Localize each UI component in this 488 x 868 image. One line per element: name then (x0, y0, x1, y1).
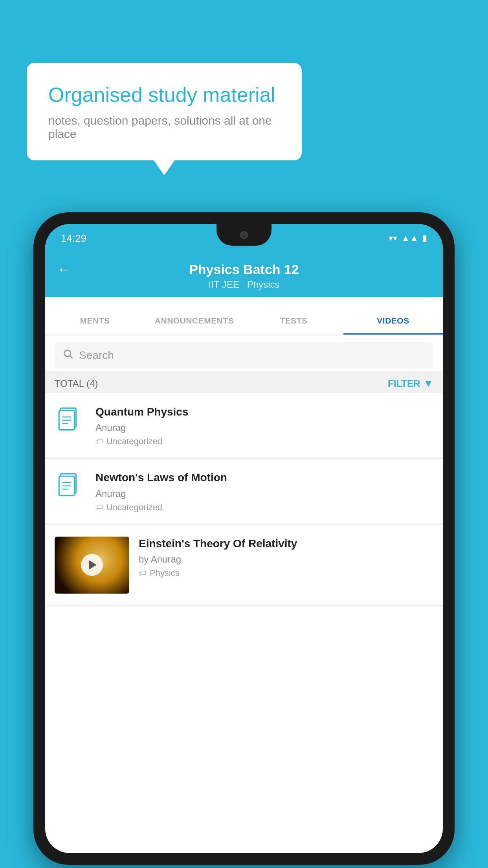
status-icons: ▾▾ ▲▲ ▮ (389, 233, 427, 243)
camera-dot (240, 231, 248, 239)
tag-icon: 🏷 (95, 437, 103, 446)
tab-bar: MENTS ANNOUNCEMENTS TESTS VIDEOS (45, 307, 443, 335)
item-author: Anurag (95, 422, 433, 433)
item-title: Quantum Physics (95, 405, 433, 419)
list-item[interactable]: Einstein's Theory Of Relativity by Anura… (45, 525, 443, 606)
tab-videos[interactable]: VIDEOS (343, 307, 443, 335)
thumbnail-bg (55, 537, 129, 594)
tab-announcements[interactable]: ANNOUNCEMENTS (145, 307, 244, 335)
tag-physics: Physics (247, 279, 280, 290)
header-nav: ← Physics Batch 12 (57, 261, 431, 278)
file-icon (55, 405, 86, 436)
file-icon (55, 471, 86, 502)
tag-icon: 🏷 (139, 569, 147, 578)
item-tag: 🏷 Uncategorized (95, 502, 433, 513)
play-icon (89, 560, 97, 570)
app-header: ← Physics Batch 12 IIT JEE Physics (45, 252, 443, 297)
filter-bar: TOTAL (4) FILTER ▼ (45, 371, 443, 396)
phone-screen: 14:29 ▾▾ ▲▲ ▮ ← Physics Batch 12 IIT JEE (45, 224, 443, 853)
header-tags: IIT JEE Physics (209, 279, 280, 290)
search-icon (62, 348, 73, 362)
status-time: 14:29 (61, 232, 86, 245)
list-item[interactable]: Newton's Laws of Motion Anurag 🏷 Uncateg… (45, 459, 443, 524)
phone-notch (216, 224, 272, 246)
tag-iit-jee: IIT JEE (209, 279, 239, 290)
item-author: Anurag (95, 488, 433, 499)
filter-button[interactable]: FILTER ▼ (388, 377, 433, 390)
list-item[interactable]: Quantum Physics Anurag 🏷 Uncategorized (45, 393, 443, 459)
signal-icon: ▲▲ (401, 233, 418, 243)
speech-bubble: Organised study material notes, question… (27, 63, 302, 160)
filter-icon: ▼ (423, 377, 433, 390)
bubble-title: Organised study material (48, 83, 280, 107)
tag-label: Uncategorized (106, 436, 162, 447)
tag-label: Uncategorized (106, 502, 162, 513)
filter-label: FILTER (388, 378, 420, 389)
content-list: Quantum Physics Anurag 🏷 Uncategorized (45, 393, 443, 606)
item-content: Newton's Laws of Motion Anurag 🏷 Uncateg… (95, 471, 433, 512)
search-placeholder: Search (79, 349, 114, 362)
phone-wrapper: 14:29 ▾▾ ▲▲ ▮ ← Physics Batch 12 IIT JEE (33, 212, 455, 865)
item-title: Newton's Laws of Motion (95, 471, 433, 485)
video-thumbnail (55, 537, 129, 594)
svg-point-0 (64, 350, 71, 357)
wifi-icon: ▾▾ (389, 233, 397, 243)
tab-tests[interactable]: TESTS (244, 307, 343, 335)
svg-line-1 (70, 356, 72, 358)
header-title: Physics Batch 12 (189, 262, 299, 277)
item-content: Einstein's Theory Of Relativity by Anura… (139, 537, 433, 578)
item-title: Einstein's Theory Of Relativity (139, 537, 433, 551)
back-button[interactable]: ← (57, 261, 71, 278)
item-tag: 🏷 Physics (139, 568, 433, 578)
search-bar[interactable]: Search (55, 342, 433, 368)
play-button[interactable] (81, 554, 103, 576)
tab-ments[interactable]: MENTS (45, 307, 145, 335)
item-content: Quantum Physics Anurag 🏷 Uncategorized (95, 405, 433, 447)
search-container: Search (45, 335, 443, 375)
bubble-subtitle: notes, question papers, solutions all at… (48, 114, 280, 141)
total-count: TOTAL (4) (55, 378, 98, 389)
item-tag: 🏷 Uncategorized (95, 436, 433, 447)
item-author: by Anurag (139, 554, 433, 565)
battery-icon: ▮ (422, 233, 427, 243)
phone-frame: 14:29 ▾▾ ▲▲ ▮ ← Physics Batch 12 IIT JEE (33, 212, 455, 865)
speech-bubble-container: Organised study material notes, question… (27, 63, 302, 160)
tag-icon: 🏷 (95, 503, 103, 512)
tag-label: Physics (150, 568, 180, 578)
